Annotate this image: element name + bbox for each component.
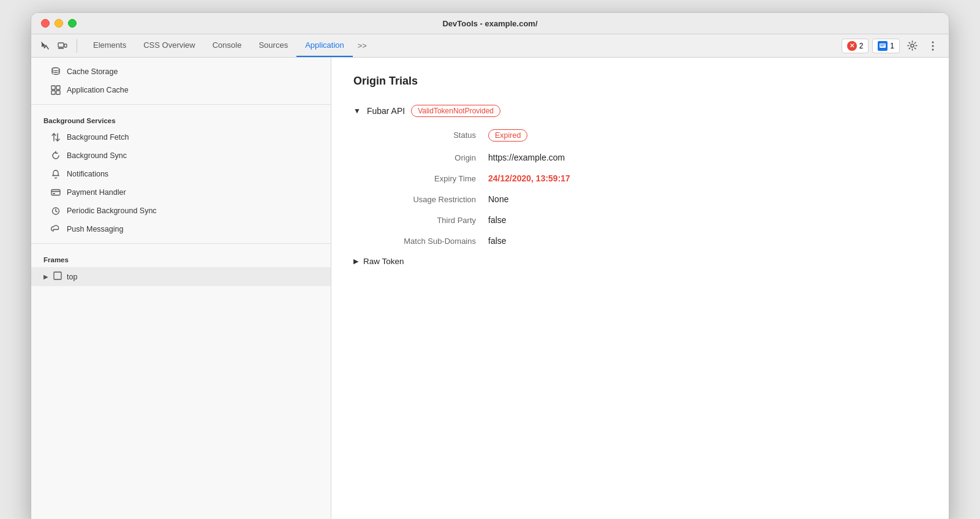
field-label-origin: Origin bbox=[366, 153, 488, 162]
field-row-subdomains: Match Sub-Domains false bbox=[366, 236, 927, 246]
field-row-expiry: Expiry Time 24/12/2020, 13:59:17 bbox=[366, 173, 927, 183]
sidebar-section-background-services: Background Services bbox=[31, 110, 331, 128]
field-value-status: Expired bbox=[488, 129, 527, 142]
sidebar-item-payment-handler-label: Payment Handler bbox=[67, 188, 126, 197]
field-label-third-party: Third Party bbox=[366, 216, 488, 225]
sidebar-item-cache-storage[interactable]: Cache Storage bbox=[31, 63, 331, 81]
field-label-expiry: Expiry Time bbox=[366, 174, 488, 183]
raw-token-label: Raw Token bbox=[363, 257, 404, 266]
toolbar-left-icons bbox=[39, 39, 77, 53]
svg-point-8 bbox=[932, 41, 934, 43]
api-name: Fubar API bbox=[367, 106, 405, 116]
svg-rect-12 bbox=[51, 86, 55, 89]
field-value-origin: https://example.com bbox=[488, 153, 565, 162]
error-count: 2 bbox=[859, 42, 864, 50]
toolbar-right: ✕ 2 1 bbox=[842, 37, 941, 55]
field-row-status: Status Expired bbox=[366, 129, 927, 142]
error-icon: ✕ bbox=[847, 41, 857, 51]
tab-bar: Elements CSS Overview Console Sources Ap… bbox=[85, 34, 842, 57]
sidebar-item-application-cache-label: Application Cache bbox=[67, 86, 129, 94]
field-row-third-party: Third Party false bbox=[366, 215, 927, 225]
field-label-subdomains: Match Sub-Domains bbox=[366, 237, 488, 246]
tab-console[interactable]: Console bbox=[204, 34, 251, 57]
field-row-usage: Usage Restriction None bbox=[366, 194, 927, 204]
title-bar: DevTools - example.com/ bbox=[31, 13, 949, 34]
tab-application[interactable]: Application bbox=[296, 34, 353, 57]
field-label-usage: Usage Restriction bbox=[366, 195, 488, 204]
maximize-button[interactable] bbox=[68, 19, 77, 28]
tab-elements[interactable]: Elements bbox=[85, 34, 135, 57]
svg-rect-14 bbox=[51, 91, 55, 94]
svg-point-7 bbox=[911, 44, 914, 47]
sidebar-item-top[interactable]: ▶ top bbox=[31, 267, 331, 286]
content-panel: Origin Trials ▼ Fubar API ValidTokenNotP… bbox=[331, 58, 949, 519]
svg-rect-2 bbox=[64, 44, 67, 47]
sidebar-item-background-sync-label: Background Sync bbox=[67, 151, 127, 160]
svg-point-11 bbox=[52, 68, 59, 71]
field-label-status: Status bbox=[366, 131, 488, 140]
page-title: Origin Trials bbox=[353, 75, 927, 88]
sync-icon bbox=[51, 151, 61, 161]
message-badge-button[interactable]: 1 bbox=[872, 39, 900, 53]
field-value-expiry: 24/12/2020, 13:59:17 bbox=[488, 173, 570, 183]
field-value-subdomains: false bbox=[488, 236, 507, 246]
svg-point-9 bbox=[932, 45, 934, 47]
sidebar-divider-1 bbox=[31, 104, 331, 105]
sidebar-item-notifications[interactable]: Notifications bbox=[31, 165, 331, 183]
minimize-button[interactable] bbox=[55, 19, 63, 28]
sidebar-item-notifications-label: Notifications bbox=[67, 170, 108, 178]
fields-table: Status Expired Origin https://example.co… bbox=[366, 129, 927, 246]
api-header: ▼ Fubar API ValidTokenNotProvided bbox=[353, 105, 927, 117]
sidebar-item-background-sync[interactable]: Background Sync bbox=[31, 146, 331, 165]
more-tabs-button[interactable]: >> bbox=[353, 34, 372, 57]
sidebar-divider-2 bbox=[31, 243, 331, 244]
inspect-icon[interactable] bbox=[39, 39, 52, 53]
field-row-origin: Origin https://example.com bbox=[366, 153, 927, 162]
sidebar-item-push-messaging[interactable]: Push Messaging bbox=[31, 220, 331, 238]
sidebar-item-payment-handler[interactable]: Payment Handler bbox=[31, 183, 331, 202]
bell-icon bbox=[51, 169, 61, 179]
toolbar: Elements CSS Overview Console Sources Ap… bbox=[31, 34, 949, 58]
devtools-window: DevTools - example.com/ bbox=[31, 12, 949, 519]
api-expand-arrow[interactable]: ▼ bbox=[353, 107, 361, 115]
svg-point-10 bbox=[932, 48, 934, 50]
svg-rect-1 bbox=[58, 43, 64, 47]
svg-line-23 bbox=[56, 211, 58, 213]
raw-token-arrow[interactable]: ▶ bbox=[353, 257, 358, 265]
raw-token-row[interactable]: ▶ Raw Token bbox=[353, 257, 927, 266]
cloud-icon bbox=[51, 224, 61, 234]
svg-rect-13 bbox=[56, 86, 60, 89]
clock-icon bbox=[51, 206, 61, 216]
arrows-updown-icon bbox=[51, 132, 61, 142]
svg-rect-18 bbox=[51, 190, 60, 195]
svg-rect-20 bbox=[53, 193, 55, 194]
sidebar-item-periodic-background-sync-label: Periodic Background Sync bbox=[67, 206, 157, 215]
sidebar: Cache Storage Application Cache Backgrou… bbox=[31, 58, 331, 519]
sidebar-item-top-label: top bbox=[67, 273, 77, 281]
database-icon bbox=[51, 67, 61, 77]
sidebar-item-periodic-background-sync[interactable]: Periodic Background Sync bbox=[31, 202, 331, 220]
traffic-lights bbox=[41, 19, 77, 28]
device-icon[interactable] bbox=[56, 39, 69, 53]
message-icon bbox=[878, 41, 888, 51]
error-badge-button[interactable]: ✕ 2 bbox=[842, 39, 869, 53]
svg-rect-15 bbox=[56, 91, 60, 94]
grid-icon bbox=[51, 85, 61, 95]
sidebar-item-background-fetch-label: Background Fetch bbox=[67, 133, 129, 142]
svg-rect-24 bbox=[54, 272, 61, 279]
window-title: DevTools - example.com/ bbox=[442, 19, 537, 28]
api-status-badge: ValidTokenNotProvided bbox=[411, 105, 500, 117]
sidebar-item-background-fetch[interactable]: Background Fetch bbox=[31, 128, 331, 146]
card-icon bbox=[51, 188, 61, 197]
tab-css-overview[interactable]: CSS Overview bbox=[135, 34, 204, 57]
sidebar-item-application-cache[interactable]: Application Cache bbox=[31, 81, 331, 99]
api-section: ▼ Fubar API ValidTokenNotProvided Status… bbox=[353, 105, 927, 266]
sidebar-item-push-messaging-label: Push Messaging bbox=[67, 225, 123, 233]
more-options-icon[interactable] bbox=[924, 37, 941, 55]
settings-icon[interactable] bbox=[903, 37, 921, 55]
frame-icon bbox=[53, 271, 62, 282]
tab-sources[interactable]: Sources bbox=[250, 34, 296, 57]
sidebar-item-cache-storage-label: Cache Storage bbox=[67, 67, 118, 76]
field-value-third-party: false bbox=[488, 215, 507, 225]
close-button[interactable] bbox=[41, 19, 50, 28]
